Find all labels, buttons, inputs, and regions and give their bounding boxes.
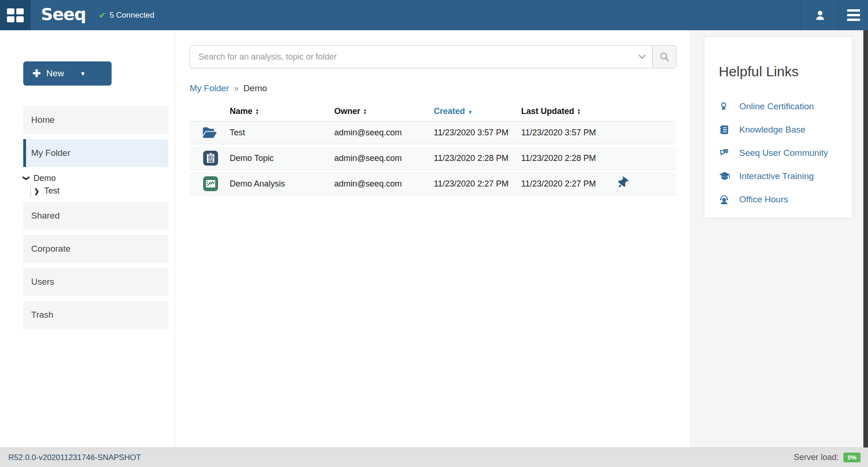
status-bar: R52.0.0-v202011231746-SNAPSHOT Server lo…	[0, 447, 868, 467]
breadcrumb-current: Demo	[244, 83, 267, 93]
server-load-badge: 0%	[843, 453, 861, 462]
link-office-hours[interactable]: Office Hours	[719, 188, 843, 211]
hamburger-menu-button[interactable]	[838, 0, 868, 30]
link-label: Office Hours	[739, 194, 788, 205]
hamburger-icon	[847, 9, 860, 21]
connection-status[interactable]: ✔ 5 Connected	[99, 0, 155, 30]
sidebar-item-label: Home	[31, 115, 55, 125]
column-header-name[interactable]: Name ▲▼	[230, 107, 334, 116]
search-icon	[659, 52, 669, 62]
chevron-right-icon[interactable]: ❯	[34, 187, 44, 195]
sidebar-item-label: Corporate	[31, 244, 71, 254]
connection-status-label: 5 Connected	[110, 11, 154, 20]
item-updated: 11/23/2020 2:27 PM	[521, 179, 614, 189]
sidebar-item-users[interactable]: Users	[23, 268, 168, 296]
sort-icon: ▲▼	[363, 108, 367, 115]
helpful-links-title: Helpful Links	[719, 64, 843, 80]
item-owner: admin@seeq.com	[334, 153, 434, 163]
user-profile-button[interactable]	[801, 0, 838, 30]
graduation-cap-icon	[719, 171, 733, 181]
link-online-certification[interactable]: Online Certification	[719, 95, 843, 118]
main-content: My Folder » Demo Name ▲▼ Owner ▲▼ Create…	[175, 30, 690, 447]
table-row[interactable]: Demo Analysis admin@seeq.com 11/23/2020 …	[190, 173, 676, 195]
sidebar-item-label: Trash	[31, 310, 53, 320]
check-icon: ✔	[99, 10, 106, 20]
search-button[interactable]	[652, 45, 676, 68]
helpful-links-card: Helpful Links Online Certification Knowl…	[704, 36, 853, 219]
sidebar-item-my-folder[interactable]: My Folder	[23, 139, 168, 167]
sidebar-item-shared[interactable]: Shared	[23, 202, 168, 230]
item-name[interactable]: Test	[230, 128, 334, 138]
app-switcher-button[interactable]	[0, 0, 31, 30]
link-label: Knowledge Base	[739, 125, 806, 135]
link-label: Interactive Training	[739, 171, 814, 181]
comments-icon	[719, 148, 733, 158]
tree-item-test[interactable]: ❯ Test	[34, 185, 175, 197]
search-options-chevron-icon[interactable]	[638, 54, 646, 59]
headset-icon	[719, 194, 733, 205]
sort-icon: ▲▼	[577, 108, 581, 115]
item-created: 11/23/2020 3:57 PM	[434, 128, 521, 138]
grid-icon	[7, 8, 24, 22]
plus-icon: ✚	[33, 68, 41, 79]
table-header-row: Name ▲▼ Owner ▲▼ Created ▼ Last Updated …	[190, 102, 676, 121]
sort-icon: ▲▼	[255, 108, 259, 115]
sidebar-item-label: Users	[31, 277, 54, 287]
folder-icon	[203, 127, 230, 139]
column-header-created[interactable]: Created ▼	[434, 107, 521, 116]
sidebar-item-corporate[interactable]: Corporate	[23, 235, 168, 263]
item-updated: 11/23/2020 2:28 PM	[521, 153, 614, 163]
sidebar-item-label: My Folder	[31, 148, 70, 158]
server-load-label: Server load:	[794, 453, 839, 462]
new-button-label: New	[46, 68, 64, 79]
tree-item-label: Demo	[33, 173, 56, 183]
search-input[interactable]	[199, 52, 638, 62]
chevron-down-icon[interactable]: ❯	[23, 175, 30, 182]
breadcrumb-separator: »	[234, 83, 239, 93]
column-header-owner[interactable]: Owner ▲▼	[334, 107, 434, 116]
item-updated: 11/23/2020 3:57 PM	[521, 128, 614, 138]
item-created: 11/23/2020 2:27 PM	[434, 179, 521, 189]
sidebar-item-trash[interactable]: Trash	[23, 301, 168, 329]
content-table: Name ▲▼ Owner ▲▼ Created ▼ Last Updated …	[190, 102, 676, 195]
sidebar: ✚ New ▼ Home My Folder ❯ Demo ❯ Test	[0, 30, 175, 447]
item-owner: admin@seeq.com	[334, 179, 434, 189]
table-row[interactable]: Test admin@seeq.com 11/23/2020 3:57 PM 1…	[190, 121, 676, 144]
user-icon	[814, 9, 826, 21]
folder-tree: ❯ Demo ❯ Test	[23, 172, 175, 197]
top-navbar: Seeq ✔ 5 Connected	[0, 0, 868, 30]
book-icon	[719, 125, 733, 135]
sidebar-item-label: Shared	[31, 211, 60, 221]
item-name[interactable]: Demo Topic	[230, 153, 334, 163]
item-created: 11/23/2020 2:28 PM	[434, 153, 521, 163]
breadcrumb-my-folder-link[interactable]: My Folder	[190, 83, 229, 93]
tree-item-label: Test	[44, 186, 60, 196]
certification-icon	[719, 101, 733, 112]
caret-down-icon[interactable]: ▼	[80, 70, 86, 77]
sort-desc-icon: ▼	[468, 109, 473, 115]
right-panel: Helpful Links Online Certification Knowl…	[690, 30, 863, 447]
link-knowledge-base[interactable]: Knowledge Base	[719, 118, 843, 141]
tree-item-demo[interactable]: ❯ Demo	[23, 172, 175, 185]
topic-icon	[203, 150, 230, 166]
link-label: Online Certification	[739, 101, 814, 112]
link-label: Seeq User Community	[739, 148, 828, 158]
item-name[interactable]: Demo Analysis	[230, 179, 334, 189]
screen-edge-strip	[863, 30, 868, 447]
new-button[interactable]: ✚ New ▼	[23, 61, 112, 86]
pin-icon[interactable]	[616, 175, 630, 190]
column-header-last-updated[interactable]: Last Updated ▲▼	[521, 107, 614, 116]
link-interactive-training[interactable]: Interactive Training	[719, 165, 843, 188]
seeq-logo[interactable]: Seeq	[31, 0, 99, 30]
item-owner: admin@seeq.com	[334, 128, 434, 138]
breadcrumb: My Folder » Demo	[190, 83, 676, 93]
link-seeq-user-community[interactable]: Seeq User Community	[719, 141, 843, 165]
version-label: R52.0.0-v202011231746-SNAPSHOT	[8, 453, 141, 462]
table-row[interactable]: Demo Topic admin@seeq.com 11/23/2020 2:2…	[190, 147, 676, 170]
analysis-icon	[203, 176, 230, 192]
sidebar-item-home[interactable]: Home	[23, 106, 168, 134]
